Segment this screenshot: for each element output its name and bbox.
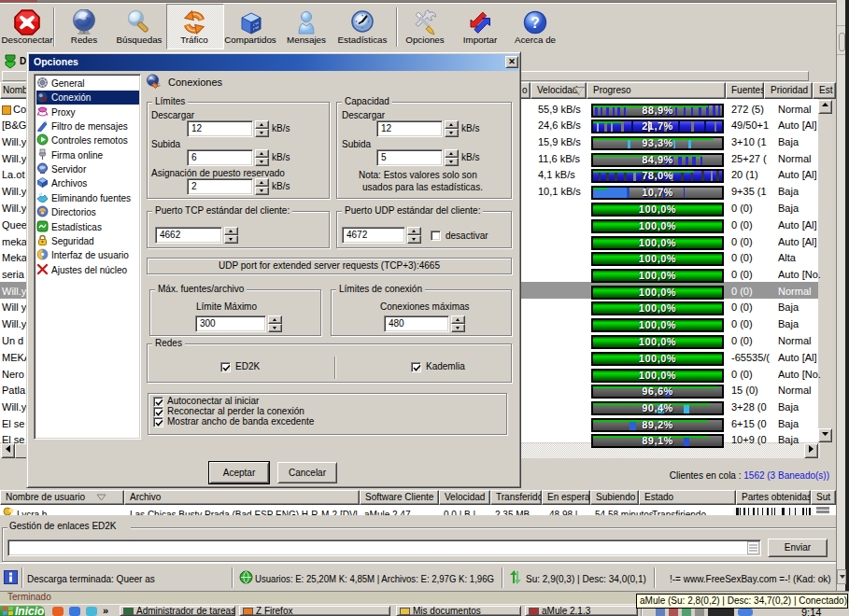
svg-text:?: ? xyxy=(531,15,540,31)
